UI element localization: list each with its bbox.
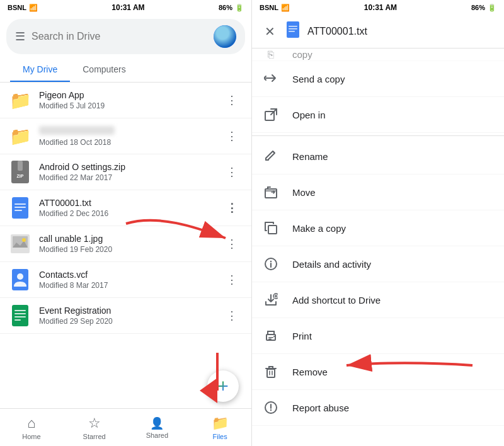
more-options-button[interactable]: ⋮ [221, 306, 243, 325]
remove-icon [262, 363, 280, 380]
menu-item-rename[interactable]: Rename [252, 139, 504, 174]
nav-shared-label: Shared [146, 432, 168, 439]
list-item: Event Registration Modified 29 Sep 2020 … [0, 298, 251, 334]
att-file-item[interactable]: ATT00001.txt Modified 2 Dec 2016 ⋮ [0, 190, 251, 226]
search-input[interactable] [32, 31, 207, 42]
file-info: Modified 18 Oct 2018 [39, 126, 214, 147]
file-date: Modified 5 Jul 2019 [39, 101, 214, 110]
menu-divider-1 [252, 135, 504, 136]
overflow-menu-item: ⎘ copy [252, 49, 504, 61]
home-icon: ⌂ [27, 415, 35, 432]
folder-green-icon: 📁 [9, 125, 32, 147]
avatar[interactable] [214, 25, 236, 48]
hamburger-icon[interactable]: ☰ [15, 30, 25, 43]
nav-starred[interactable]: ☆ Starred [63, 409, 126, 446]
tabs-bar: My Drive Computers [0, 58, 251, 83]
svg-rect-23 [289, 31, 295, 32]
copy-icon: ⎘ [262, 49, 280, 61]
svg-text:ZIP: ZIP [17, 174, 24, 178]
left-carrier-info: BSNL 📶 [8, 4, 38, 12]
svg-rect-4 [14, 203, 26, 205]
tab-my-drive[interactable]: My Drive [10, 58, 70, 82]
svg-rect-6 [14, 210, 22, 211]
nav-shared[interactable]: 👤 Shared [126, 409, 189, 446]
svg-rect-34 [267, 369, 275, 377]
tab-computers[interactable]: Computers [70, 58, 138, 82]
make-copy-label: Make a copy [292, 223, 346, 234]
more-options-button[interactable]: ⋮ [221, 270, 243, 289]
menu-item-send-copy[interactable]: Send a copy [252, 61, 504, 97]
contact-icon [9, 268, 32, 291]
more-options-button[interactable]: ⋮ [221, 234, 243, 253]
search-bar[interactable]: ☰ [6, 19, 245, 54]
details-label: Details and activity [292, 259, 371, 270]
avatar-image [214, 25, 236, 48]
file-info: Contacts.vcf Modified 8 Mar 2017 [39, 270, 214, 290]
open-in-label: Open in [292, 110, 326, 120]
menu-item-print[interactable]: Print [252, 318, 504, 354]
right-doc-icon [286, 21, 300, 42]
svg-rect-14 [14, 310, 26, 311]
svg-rect-32 [268, 339, 272, 340]
left-carrier: BSNL [8, 4, 26, 11]
file-name: ATT00001.txt [39, 198, 214, 208]
right-file-title: ATT00001.txt [307, 26, 367, 37]
shared-icon: 👤 [150, 416, 164, 430]
svg-point-36 [270, 409, 272, 411]
nav-files[interactable]: 📁 Files [188, 409, 251, 446]
more-options-button[interactable]: ⋮ [221, 163, 243, 181]
file-name [39, 126, 214, 137]
svg-rect-21 [289, 26, 297, 27]
nav-home-label: Home [22, 433, 40, 440]
svg-rect-1 [18, 161, 23, 171]
menu-item-remove[interactable]: Remove [252, 354, 504, 390]
menu-item-shortcut[interactable]: Add shortcut to Drive [252, 282, 504, 318]
move-label: Move [292, 187, 316, 198]
file-date: Modified 19 Feb 2020 [39, 245, 214, 254]
svg-rect-15 [14, 313, 26, 314]
menu-item-report-abuse[interactable]: Report abuse [252, 390, 504, 426]
more-options-button[interactable]: ⋮ [221, 198, 243, 217]
more-options-button[interactable]: ⋮ [221, 91, 243, 110]
right-status-bar: BSNL 📶 10:31 AM 86% 🔋 [252, 0, 504, 15]
file-name: Android O settings.zip [39, 162, 214, 172]
star-icon: ☆ [88, 415, 101, 432]
file-date: Modified 22 Mar 2017 [39, 173, 214, 182]
svg-rect-16 [14, 316, 26, 317]
left-battery: 86% 🔋 [219, 4, 244, 12]
svg-rect-31 [268, 337, 273, 338]
right-battery: 86% 🔋 [471, 4, 496, 12]
battery-percent: 86% [219, 4, 232, 11]
shortcut-icon [262, 291, 280, 309]
fab-button[interactable]: + [207, 370, 239, 402]
files-icon: 📁 [212, 415, 229, 432]
right-carrier-info: BSNL 📶 [260, 4, 290, 12]
nav-files-label: Files [213, 433, 227, 440]
wifi-icon: 📶 [29, 4, 38, 12]
make-copy-icon [262, 219, 280, 237]
menu-item-make-copy[interactable]: Make a copy [252, 210, 504, 246]
list-item: 📁 Modified 18 Oct 2018 ⋮ [0, 118, 251, 154]
menu-item-open-in[interactable]: Open in [252, 97, 504, 133]
more-options-button[interactable]: ⋮ [221, 127, 243, 146]
move-icon [262, 183, 280, 201]
close-button[interactable]: ✕ [261, 23, 278, 40]
nav-home[interactable]: ⌂ Home [0, 409, 63, 446]
nav-starred-label: Starred [83, 433, 106, 440]
right-battery-percent: 86% [471, 4, 485, 11]
send-copy-label: Send a copy [292, 74, 345, 84]
menu-item-details[interactable]: Details and activity [252, 246, 504, 282]
folder-icon: 📁 [9, 89, 32, 112]
file-info: ATT00001.txt Modified 2 Dec 2016 [39, 198, 214, 218]
menu-item-move[interactable]: Move [252, 174, 504, 210]
svg-rect-25 [265, 189, 277, 198]
rename-icon [262, 147, 280, 165]
details-icon [262, 255, 280, 273]
list-item: 📁 Pigeon App Modified 5 Jul 2019 ⋮ [0, 83, 251, 118]
file-date: Modified 8 Mar 2017 [39, 281, 214, 290]
open-in-icon [262, 106, 280, 123]
file-list: 📁 Pigeon App Modified 5 Jul 2019 ⋮ 📁 [0, 83, 251, 408]
svg-point-33 [273, 336, 275, 337]
svg-rect-26 [268, 226, 277, 234]
svg-rect-5 [14, 207, 26, 208]
